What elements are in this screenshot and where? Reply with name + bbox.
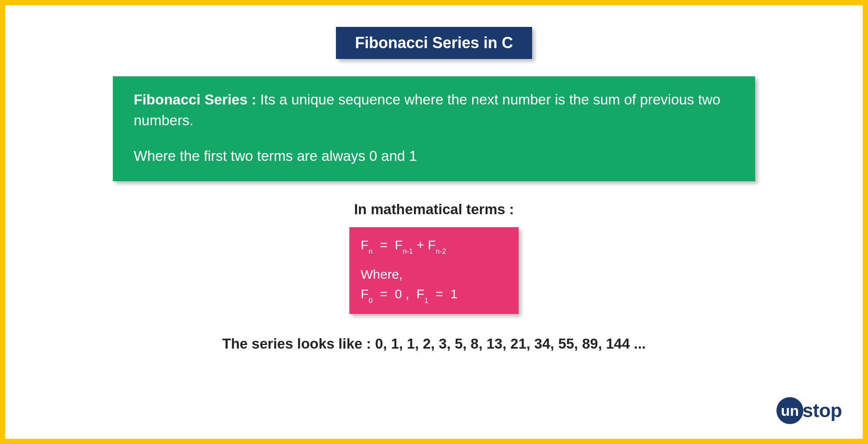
slide-frame: Fibonacci Series in C Fibonacci Series :…: [0, 0, 868, 444]
definition-label: Fibonacci Series :: [134, 91, 256, 108]
series-values: 0, 1, 1, 2, 3, 5, 8, 13, 21, 34, 55, 89,…: [375, 336, 646, 352]
formula-recurrence: Fn = Fn-1 + Fn-2: [361, 235, 507, 255]
formula-box: Fn = Fn-1 + Fn-2 Where, F0 = 0 , F1 = 1: [349, 227, 519, 314]
math-terms-label: In mathematical terms :: [354, 201, 514, 218]
content-wrap: Fibonacci Series in C Fibonacci Series :…: [31, 27, 837, 352]
formula-initial-values: F0 = 0 , F1 = 1: [361, 284, 507, 304]
formula-where-label: Where,: [361, 264, 507, 284]
series-example: The series looks like : 0, 1, 1, 2, 3, 5…: [222, 336, 646, 352]
definition-box: Fibonacci Series : Its a unique sequence…: [113, 76, 755, 181]
series-label: The series looks like :: [222, 336, 375, 352]
definition-paragraph-2: Where the first two terms are always 0 a…: [134, 146, 734, 166]
brand-logo: un stop: [776, 397, 842, 424]
slide-title: Fibonacci Series in C: [336, 27, 532, 59]
definition-paragraph-1: Fibonacci Series : Its a unique sequence…: [134, 89, 734, 131]
logo-text: stop: [802, 400, 842, 421]
logo-circle: un: [776, 397, 803, 424]
